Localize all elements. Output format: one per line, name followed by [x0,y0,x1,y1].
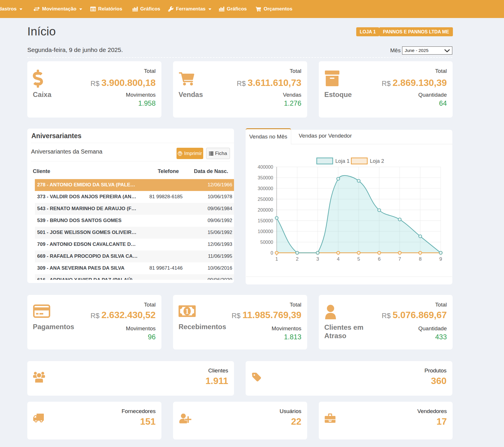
svg-text:5: 5 [357,256,360,262]
svg-text:2: 2 [296,256,298,262]
svg-text:1: 1 [275,256,278,262]
svg-text:1: 1 [185,307,189,316]
svg-text:3: 3 [316,256,319,262]
svg-text:200000: 200000 [258,208,273,212]
svg-text:7: 7 [398,256,401,262]
svg-text:Loja 1: Loja 1 [335,158,350,164]
svg-text:300000: 300000 [258,186,273,191]
svg-text:0: 0 [271,250,273,255]
svg-text:150000: 150000 [258,218,273,223]
svg-text:8: 8 [419,256,422,262]
svg-text:4: 4 [337,256,339,262]
svg-text:400000: 400000 [258,165,273,170]
svg-text:350000: 350000 [258,175,273,180]
svg-text:250000: 250000 [258,197,273,202]
svg-text:9: 9 [439,256,442,262]
svg-text:6: 6 [378,256,380,262]
svg-text:50000: 50000 [260,240,273,245]
svg-text:Loja 2: Loja 2 [370,158,384,164]
svg-text:100000: 100000 [258,229,273,234]
